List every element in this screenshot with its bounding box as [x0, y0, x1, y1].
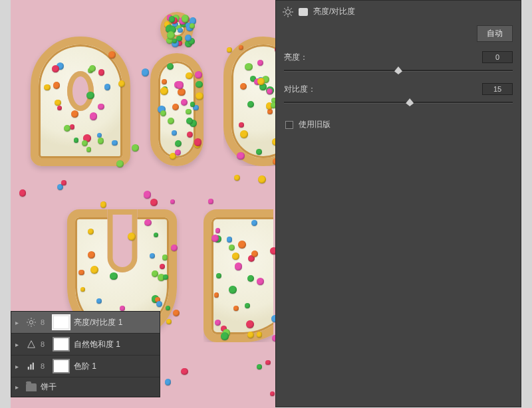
- svg-rect-21: [33, 363, 34, 370]
- adjustment-icon: [26, 339, 37, 350]
- svg-rect-19: [28, 367, 29, 369]
- contrast-slider[interactable]: [284, 98, 513, 107]
- link-icon: 8: [41, 362, 49, 370]
- link-icon: 8: [41, 318, 49, 326]
- brightness-slider-group: 亮度： 0: [276, 49, 521, 80]
- folder-icon: [26, 383, 37, 391]
- svg-point-0: [286, 9, 291, 14]
- mask-thumbnail[interactable]: [53, 315, 70, 330]
- group-label: 饼干: [41, 381, 57, 393]
- expand-arrow-icon[interactable]: ▸: [15, 363, 22, 370]
- expand-arrow-icon[interactable]: ▸: [15, 319, 22, 326]
- panel-title: 亮度/对比度: [313, 6, 355, 17]
- slider-thumb[interactable]: [394, 66, 402, 74]
- layer-label: 亮度/对比度 1: [74, 317, 122, 328]
- svg-marker-18: [28, 341, 35, 348]
- svg-line-16: [28, 325, 29, 326]
- brightness-slider[interactable]: [284, 66, 513, 75]
- svg-rect-20: [30, 364, 31, 369]
- legacy-checkbox-label: 使用旧版: [299, 119, 331, 130]
- layer-row[interactable]: ▸8自然饱和度 1: [11, 334, 160, 356]
- legacy-checkbox[interactable]: [285, 121, 293, 129]
- layers-panel: ▸8亮度/对比度 1▸8自然饱和度 1▸8色阶 1 ▸ 饼干: [11, 311, 160, 397]
- auto-button[interactable]: 自动: [477, 25, 513, 42]
- link-icon: 8: [41, 340, 49, 348]
- brightness-label: 亮度：: [284, 52, 308, 63]
- adjustment-icon: [26, 361, 37, 371]
- contrast-label: 对比度：: [284, 84, 316, 95]
- contrast-slider-group: 对比度： 15: [276, 80, 521, 112]
- mask-icon: [299, 8, 308, 16]
- mask-thumbnail[interactable]: [53, 359, 70, 373]
- layer-row[interactable]: ▸8色阶 1: [11, 356, 160, 377]
- svg-line-5: [284, 8, 285, 9]
- expand-arrow-icon[interactable]: ▸: [15, 341, 22, 348]
- expand-arrow-icon[interactable]: ▸: [15, 383, 22, 391]
- adjustment-icon: [26, 317, 37, 328]
- layer-label: 自然饱和度 1: [74, 339, 120, 350]
- layer-row[interactable]: ▸8亮度/对比度 1: [11, 312, 160, 334]
- brightness-value[interactable]: 0: [482, 51, 513, 63]
- properties-panel: 亮度/对比度 自动 亮度： 0 对比度： 15 使用旧版: [275, 0, 521, 407]
- svg-line-6: [291, 14, 292, 15]
- layer-label: 色阶 1: [74, 361, 96, 372]
- slider-thumb[interactable]: [406, 98, 414, 106]
- mask-thumbnail[interactable]: [53, 337, 70, 352]
- svg-line-15: [34, 325, 35, 326]
- svg-line-7: [284, 14, 285, 15]
- cookie-letter: [203, 209, 275, 342]
- svg-line-8: [291, 8, 292, 9]
- svg-line-14: [28, 319, 29, 320]
- layer-group-row[interactable]: ▸ 饼干: [11, 377, 160, 397]
- svg-point-9: [29, 320, 33, 324]
- svg-line-17: [34, 319, 35, 320]
- contrast-value[interactable]: 15: [482, 83, 513, 95]
- brightness-icon: [283, 7, 293, 17]
